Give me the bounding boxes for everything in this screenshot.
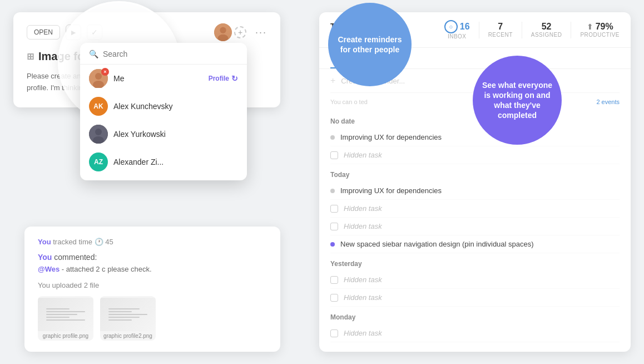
inbox-icon: ○ <box>444 20 458 33</box>
search-input-wrap: 🔍 <box>89 50 238 58</box>
result-avatar-me: × <box>89 69 108 88</box>
reminder-item[interactable]: Hidden task <box>330 289 620 307</box>
check-box[interactable] <box>330 276 338 284</box>
file-line <box>108 311 132 312</box>
check-box[interactable] <box>330 205 338 213</box>
reminder-text: Hidden task <box>344 222 382 230</box>
file-name-1: graphic profile.png <box>41 331 91 339</box>
reminder-text: New spaced siebar navigation design (pin… <box>340 240 534 248</box>
stat-productive: ⬆ 79% PRODUCTIVE <box>580 22 620 38</box>
result-name-me: Me <box>113 74 124 83</box>
comment-mention: @Wes <box>38 265 60 273</box>
file-lines-2 <box>108 307 147 322</box>
reminder-text: Hidden task <box>344 329 382 337</box>
reminder-item[interactable]: Improving UX for dependencies <box>330 129 620 146</box>
productive-value: 79% <box>596 22 613 32</box>
main-container: OPEN ▶ ✓ + ··· ⊞ <box>0 0 644 364</box>
bullet-icon <box>330 189 335 193</box>
search-icon: 🔍 <box>89 50 98 58</box>
file-line <box>108 317 140 318</box>
reminder-text: Hidden task <box>344 151 382 159</box>
arrow-button[interactable]: ▶ <box>66 24 81 40</box>
inbox-stat-row: ○ 16 <box>444 20 470 33</box>
plus-icon: + <box>330 76 335 86</box>
check-button[interactable]: ✓ <box>87 24 102 40</box>
svg-point-4 <box>95 73 102 80</box>
open-label: OPEN <box>34 28 53 36</box>
section-header-2: Yesterday <box>330 253 620 271</box>
reminder-text: Hidden task <box>344 276 382 284</box>
header-stats: ○ 16 INBOX 7 RECENT 52 ASSIGNED <box>444 20 620 40</box>
comment-body: - attached 2 c <box>62 265 106 273</box>
reminder-item[interactable]: Hidden task <box>330 324 620 342</box>
section-header-3: Monday <box>330 307 620 324</box>
task-type-icon: ⊞ <box>27 51 34 62</box>
comment-colon: commented: <box>54 253 97 262</box>
file-line <box>46 308 70 309</box>
search-dropdown: 🔍 × Me Profile ↻ <box>80 43 247 180</box>
result-avatar-az: AZ <box>89 153 108 171</box>
inbox-label: INBOX <box>448 33 467 40</box>
productive-icon: ⬆ <box>587 22 593 31</box>
bullet-icon <box>330 135 335 140</box>
result-name-ay: Alex Yurkowski <box>113 130 166 139</box>
profile-button[interactable]: Profile ↻ <box>209 74 238 83</box>
file-line <box>108 314 147 315</box>
check-box[interactable] <box>330 223 338 230</box>
search-result-me[interactable]: × Me Profile ↻ <box>80 65 247 92</box>
time-icon: 🕐 <box>95 238 103 246</box>
reminder-item[interactable]: Hidden task <box>330 200 620 218</box>
result-name-az: Alexander Zi... <box>113 158 164 166</box>
stat-recent: 7 RECENT <box>488 22 513 38</box>
activity-tracked: tracked time <box>53 238 94 246</box>
reminder-item[interactable]: Hidden task <box>330 146 620 164</box>
reminder-text: Improving UX for dependencies <box>340 186 442 195</box>
result-name-ak: Alex Kunchevsky <box>113 102 173 111</box>
search-result-ak[interactable]: AK Alex Kunchevsky <box>80 92 247 120</box>
reminder-item[interactable]: Hidden task <box>330 218 620 235</box>
comment-suffix: please check. <box>107 265 152 273</box>
task-card-header: OPEN ▶ ✓ + ··· <box>27 23 267 41</box>
activity-amount: 45 <box>105 238 113 246</box>
file-preview-img-1 <box>38 298 93 331</box>
check-box[interactable] <box>330 329 338 337</box>
check-box[interactable] <box>330 151 338 159</box>
file-line <box>46 319 85 321</box>
more-button[interactable]: ··· <box>255 27 267 38</box>
inbox-value: 16 <box>460 22 470 32</box>
search-header: 🔍 <box>80 50 247 65</box>
stat-inbox: ○ 16 INBOX <box>444 20 470 40</box>
file-line <box>108 308 140 309</box>
activity-card: You tracked time 🕐 45 You commented: @We… <box>24 227 280 352</box>
reminder-item[interactable]: New spaced siebar navigation design (pin… <box>330 235 620 253</box>
recent-value: 7 <box>498 22 503 32</box>
file-previews: graphic profile.png graphic profile2.png <box>38 296 267 341</box>
comment-section: You commented: @Wes - attached 2 c pleas… <box>38 253 267 273</box>
assigned-value: 52 <box>542 22 552 32</box>
file-line <box>46 314 77 315</box>
file-preview-2: graphic profile2.png <box>100 296 156 341</box>
svg-point-1 <box>220 27 226 33</box>
open-button[interactable]: OPEN <box>27 25 60 40</box>
tooltip-create: Create reminders for other people <box>328 3 412 86</box>
bullet-icon <box>330 242 335 247</box>
check-box[interactable] <box>330 294 338 302</box>
search-result-ay[interactable]: Alex Yurkowski <box>80 120 247 148</box>
reminder-item[interactable]: Improving UX for dependencies <box>330 182 620 200</box>
search-result-az[interactable]: AZ Alexander Zi... <box>80 148 247 176</box>
activity-you: You <box>38 238 51 246</box>
reminder-text: Hidden task <box>344 204 382 213</box>
comment-text: @Wes - attached 2 c please check. <box>38 265 267 273</box>
tooltip-see: See what everyone is working on and what… <box>473 56 562 145</box>
add-avatar-button[interactable]: + <box>234 26 246 38</box>
stat-divider <box>479 22 479 38</box>
remove-badge: × <box>101 68 109 76</box>
search-input[interactable] <box>103 50 238 58</box>
sections-container: No dateImproving UX for dependenciesHidd… <box>330 111 620 342</box>
hint-text: You can o ted <box>330 95 368 109</box>
file-line <box>108 319 132 321</box>
reminder-item[interactable]: Hidden task <box>330 271 620 289</box>
section-header-1: Today <box>330 164 620 182</box>
productive-label: PRODUCTIVE <box>580 32 620 38</box>
result-avatar-ak: AK <box>89 97 108 116</box>
